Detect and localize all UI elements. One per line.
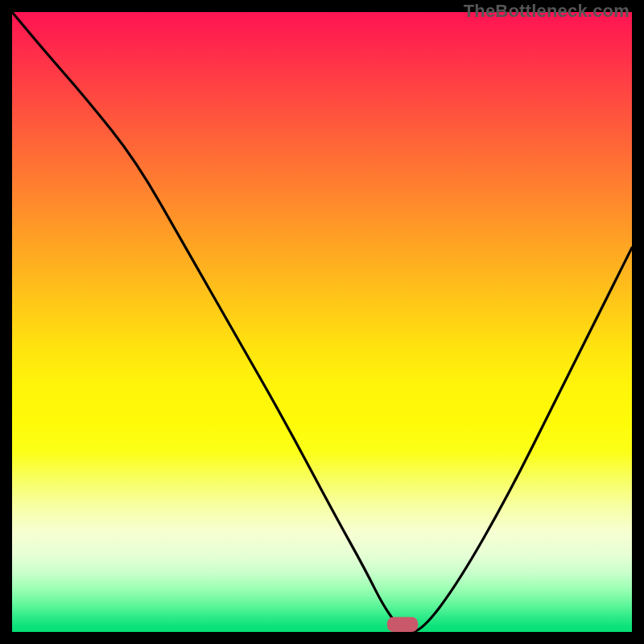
watermark-text: TheBottleneck.com [464,1,630,22]
chart-overlay [12,12,632,632]
chart-frame: TheBottleneck.com [0,0,644,644]
optimum-marker [387,617,418,632]
bottleneck-curve [12,12,632,632]
